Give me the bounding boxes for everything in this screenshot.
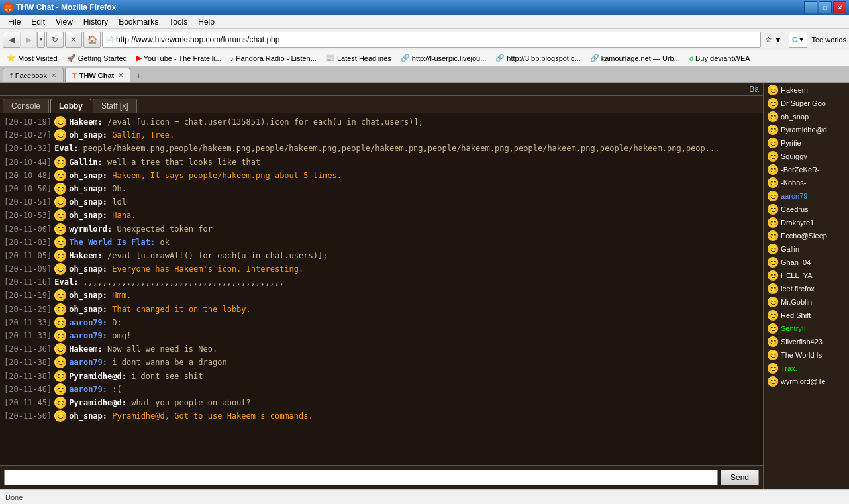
google-dropdown[interactable]: ▼ xyxy=(799,36,805,43)
user-list-item[interactable]: HELL_YA xyxy=(764,269,849,282)
user-list-item[interactable]: -Kobas- xyxy=(764,176,849,189)
user-list-item[interactable]: Gallin xyxy=(764,242,849,256)
user-list-item[interactable]: Squiggy xyxy=(764,150,849,163)
new-tab-button[interactable]: + xyxy=(132,69,145,82)
msg-avatar xyxy=(54,223,66,235)
msg-text: i dont wanna be a dragon xyxy=(112,358,226,367)
user-name: wyrmlord@Te xyxy=(781,378,825,385)
message-line: [20-11-38]aaron79: i dont wanna be a dra… xyxy=(4,356,759,369)
stop-button[interactable]: ✕ xyxy=(65,32,82,48)
msg-time: [20-11-09] xyxy=(4,263,52,276)
message-line: [20-10-51]oh_snap: lol xyxy=(4,196,759,209)
back-button[interactable]: ◀ xyxy=(3,32,20,48)
user-list-item[interactable]: aaron79 xyxy=(764,189,849,203)
extend-label: Ba xyxy=(745,83,763,95)
user-list-item[interactable]: oh_snap xyxy=(764,110,849,123)
thw-tab-close[interactable]: ✕ xyxy=(118,72,123,79)
msg-content: wyrmlord: Unexpected token for xyxy=(69,223,759,236)
msg-text: Oh. xyxy=(112,184,126,193)
user-list-item[interactable]: Dr Super Goo xyxy=(764,97,849,110)
msg-author: Pyramidhe@d: xyxy=(69,398,131,407)
msg-text: lol xyxy=(112,197,126,207)
msg-content: oh_snap: Hakeem, It says people/hakeem.p… xyxy=(69,170,759,182)
user-list-item[interactable]: The World Is xyxy=(764,348,849,362)
sub-tab-staff[interactable]: Staff [x] xyxy=(93,99,136,113)
msg-content: Hakeem: Now all we need is Neo. xyxy=(69,343,759,356)
msg-time: [20-11-16] xyxy=(4,276,52,289)
msg-author: oh_snap: xyxy=(69,305,112,314)
user-list-item[interactable]: wyrmlord@Te xyxy=(764,375,849,388)
msg-content: oh_snap: Gallin, Tree. xyxy=(69,129,759,142)
menu-file[interactable]: File xyxy=(3,16,26,28)
user-list-item[interactable]: Hakeem xyxy=(764,83,849,97)
menu-history[interactable]: History xyxy=(78,16,113,28)
msg-content: Pyramidhe@d: i dont see shit xyxy=(69,370,759,383)
user-list-item[interactable]: Eccho@Sleep xyxy=(764,229,849,242)
menu-edit[interactable]: Edit xyxy=(26,16,50,28)
msg-avatar xyxy=(54,383,66,395)
send-button[interactable]: Send xyxy=(721,470,759,485)
msg-content: oh_snap: Oh. xyxy=(69,183,759,195)
user-list-item[interactable]: Pyramidhe@d xyxy=(764,123,849,136)
forward-button[interactable]: ▶ xyxy=(20,32,37,48)
bookmark-link2[interactable]: 🔗 http://3.bp.blogspot.c... xyxy=(491,52,584,64)
facebook-tab-close[interactable]: ✕ xyxy=(51,72,56,79)
bookmark-getting-started[interactable]: 🚀 Getting Started xyxy=(63,52,131,64)
user-list-item[interactable]: Ghan_04 xyxy=(764,256,849,269)
address-bar-container: 📄 xyxy=(102,32,761,48)
close-button[interactable]: ✕ xyxy=(833,1,846,13)
bookmark-deviant[interactable]: d Buy deviantWEA xyxy=(685,53,754,64)
maximize-button[interactable]: □ xyxy=(819,1,832,13)
user-name: Mr.Goblin xyxy=(781,298,812,306)
reload-button[interactable]: ↻ xyxy=(46,32,64,48)
user-list-item[interactable]: Caedrus xyxy=(764,203,849,216)
msg-time: [20-11-33] xyxy=(4,330,52,342)
msg-text: Now all we need is Neo. xyxy=(107,344,217,354)
msg-author: aaron79: xyxy=(69,358,112,367)
user-list-item[interactable]: Silverfish423 xyxy=(764,335,849,348)
bookmark-most-visited[interactable]: ⭐ Most Visited xyxy=(3,52,62,64)
chat-container: Ba Console Lobby Staff [x] [20-10-19]Hak… xyxy=(0,83,763,489)
msg-avatar xyxy=(54,263,66,275)
user-list-item[interactable]: SentryIII xyxy=(764,322,849,335)
user-list-item[interactable]: Mr.Goblin xyxy=(764,295,849,309)
bookmark-star[interactable]: ☆ ▼ xyxy=(762,35,785,44)
tab-facebook[interactable]: f Facebook ✕ xyxy=(3,68,64,82)
menu-help[interactable]: Help xyxy=(193,16,220,28)
sub-tab-console[interactable]: Console xyxy=(3,99,49,113)
bookmark-link1[interactable]: 🔗 http://l-userpic.livejou... xyxy=(397,52,491,64)
user-avatar xyxy=(768,111,778,122)
user-avatar xyxy=(768,177,778,188)
bookmark-pandora[interactable]: ♪ Pandora Radio - Listen... xyxy=(226,53,321,64)
facebook-icon: f xyxy=(10,72,13,79)
user-list-item[interactable]: Pyritie xyxy=(764,136,849,150)
user-name: Dr Super Goo xyxy=(781,99,826,107)
user-name: Hakeem xyxy=(781,86,808,94)
menu-tools[interactable]: Tools xyxy=(164,16,193,28)
sub-tab-lobby[interactable]: Lobby xyxy=(50,99,91,113)
user-list-item[interactable]: Red Shift xyxy=(764,309,849,322)
bookmark-youtube[interactable]: ▶ YouTube - The Fratelli... xyxy=(132,52,225,64)
user-list-item[interactable]: -BerZeKeR- xyxy=(764,163,849,176)
msg-avatar xyxy=(54,356,66,368)
user-list-item[interactable]: Draknyte1 xyxy=(764,216,849,229)
bookmark-headlines[interactable]: 📰 Latest Headlines xyxy=(322,52,395,64)
msg-content: aaron79: D: xyxy=(69,317,759,329)
home-button[interactable]: 🏠 xyxy=(83,32,101,48)
kamouflage-icon: 🔗 xyxy=(590,54,599,62)
user-avatar xyxy=(768,363,778,374)
tab-thw-chat[interactable]: T THW Chat ✕ xyxy=(65,68,130,82)
user-list-item[interactable]: leet.firefox xyxy=(764,282,849,295)
google-search: G ▼ xyxy=(789,32,807,48)
user-avatar xyxy=(768,151,778,162)
menu-bookmarks[interactable]: Bookmarks xyxy=(113,16,164,28)
menu-view[interactable]: View xyxy=(50,16,78,28)
bookmark-kamouflage[interactable]: 🔗 kamouflage.net — Urb... xyxy=(586,52,684,64)
minimize-button[interactable]: _ xyxy=(804,1,817,13)
msg-time: [20-11-19] xyxy=(4,289,52,302)
message-line: [20-11-33]aaron79: omg! xyxy=(4,330,759,342)
address-input[interactable] xyxy=(116,35,758,44)
user-list-item[interactable]: Trax. xyxy=(764,362,849,375)
chat-input[interactable] xyxy=(4,470,718,485)
forward-dropdown[interactable]: ▼ xyxy=(37,32,45,48)
